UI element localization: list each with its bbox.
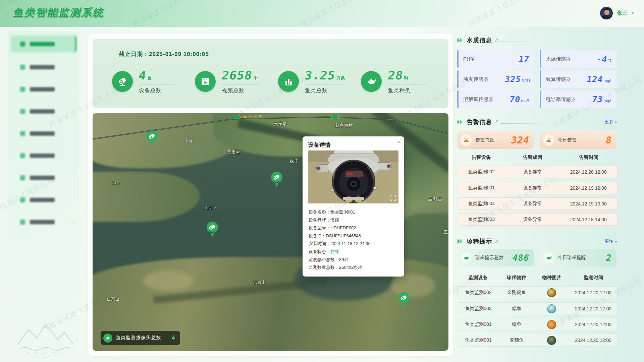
stat-fish-total: 3.25万条 鱼类总数	[272, 68, 355, 94]
species-image	[547, 304, 556, 313]
road-badge-icon	[233, 115, 240, 119]
fish-icon	[461, 252, 472, 263]
user-name: 张三	[617, 10, 628, 17]
map-place-label: 任家山	[107, 296, 120, 302]
camera-icon	[112, 71, 133, 92]
water-section-header: 水质信息 //	[457, 36, 551, 44]
field-install-time: 安装时间：2024-11-18 12:24:30	[309, 240, 398, 248]
right-panel: 水质信息 // PH值17 水温传感器-4℃ 浊度传感器325NTU 氨氮传感器…	[457, 31, 618, 362]
map-place-label: 黄里村	[227, 149, 240, 155]
camera-icon	[103, 334, 112, 343]
rare-section-header: 珍稀提示 //	[457, 237, 551, 245]
app-header: 鱼类智能监测系统 张三 ▼	[0, 0, 644, 27]
device-pin[interactable]	[270, 171, 283, 188]
page-title: 鱼类智能监测系统	[13, 6, 104, 20]
field-status: 设备状态：在线	[309, 248, 398, 256]
sidebar-item-5[interactable]	[11, 126, 76, 141]
alarm-section-header: 告警信息 //	[457, 118, 551, 126]
double-arrow-icon	[457, 239, 464, 244]
rare-row[interactable]: 鱼类监测003鲳鱼2024.12.20 12:00	[457, 302, 618, 315]
sidebar-item-7[interactable]	[11, 170, 76, 185]
alarm-table-header: 告警设备 告警成因 告警时间	[457, 154, 618, 161]
popup-title: 设备详情	[308, 141, 399, 149]
menu-dot-icon	[20, 153, 25, 158]
bar-chart-icon	[278, 71, 299, 92]
sensor-card-temp: 水温传感器-4℃	[540, 50, 616, 68]
map-place-label: 东台山	[253, 280, 266, 285]
sidebar-item-6[interactable]	[11, 148, 76, 163]
avatar[interactable]	[599, 6, 613, 20]
alarm-lamp-icon	[543, 134, 554, 146]
fullscreen-icon[interactable]	[390, 195, 396, 201]
sidebar: ›	[8, 31, 79, 353]
field-model: 设备型号：HDHEDE002	[309, 224, 398, 232]
menu-dot-icon	[20, 175, 25, 180]
alarm-more-link[interactable]: 更多 »	[604, 119, 617, 125]
map-place-label: 王	[444, 229, 448, 235]
sidebar-item-8[interactable]	[11, 192, 76, 207]
stat-devices: 4台 设备总数	[106, 68, 189, 94]
menu-dot-icon	[20, 42, 25, 47]
rare-row[interactable]: 鱼类监测002金刚虎鱼2024.12.20 12:00	[457, 286, 618, 299]
rare-more-link[interactable]: 更多 »	[604, 238, 617, 244]
stats-card: 截止日期：2025-01-09 10:00:05 4台 设备总数 2658个	[93, 39, 448, 108]
menu-dot-icon	[20, 131, 25, 136]
device-pin[interactable]	[145, 130, 159, 147]
alarm-total-card: 告警总数 324	[457, 131, 534, 149]
field-device-name: 设备名称：鱼类监测001	[309, 208, 398, 216]
field-record-count: 监测数量总数：250402条次	[309, 263, 398, 272]
stat-value: 28	[388, 68, 403, 82]
sidebar-item-2[interactable]	[11, 60, 76, 74]
species-image	[547, 336, 556, 345]
menu-dot-icon	[20, 220, 25, 225]
alarm-lamp-icon	[461, 134, 472, 146]
fish-icon	[543, 252, 554, 263]
video-icon	[195, 71, 216, 92]
field-brand: 设备品牌：海康	[309, 216, 398, 224]
device-pin[interactable]	[206, 221, 219, 238]
reservoir-label: 山水库	[206, 205, 218, 210]
rare-total-card: 珍稀提示总数 486	[457, 249, 534, 266]
alarm-row[interactable]: 鱼类监测003设备异常2024.12.18 14:00	[457, 213, 618, 226]
user-menu[interactable]: 张三 ▼	[599, 6, 635, 20]
alarm-row[interactable]: 鱼类监测002设备异常2024.12.20 12:00	[457, 166, 618, 178]
field-ip: 设备IP：DSHFSHF646546	[309, 232, 398, 240]
stat-value: 2658	[222, 68, 252, 82]
menu-dot-icon	[20, 109, 25, 114]
sensor-card-ammonia: 氨氮传感器124mg/L	[540, 70, 616, 88]
status-badge: 在线	[330, 249, 339, 254]
sidebar-item-active[interactable]	[11, 36, 76, 52]
stat-value: 3.25	[305, 68, 335, 82]
device-photo	[308, 150, 398, 203]
species-image	[547, 288, 556, 297]
deadline-date: 截止日期：2025-01-09 10:00:05	[119, 50, 209, 58]
chevron-down-icon[interactable]: ▼	[631, 11, 635, 15]
map-place-label: 赵家塬村	[335, 123, 353, 128]
mountain-decoration	[15, 317, 78, 359]
alarm-today-card: 今日告警 8	[540, 131, 616, 149]
species-image	[547, 320, 556, 329]
camera-count-badge: 鱼类监测摄像头总数 4	[101, 331, 180, 345]
sidebar-item-4[interactable]	[11, 104, 76, 119]
road-badge-icon	[331, 115, 338, 119]
fish-icon	[361, 71, 382, 92]
alarm-row[interactable]: 鱼类监测004设备异常2024.12.19 10:00	[457, 197, 618, 210]
satellite-map[interactable]: 吴家墩 赵家塬村 下湾 黄里村 税庄 北头 吉利坡 王 东台山 任家山 山水库 …	[93, 113, 448, 351]
main-panel: 截止日期：2025-01-09 10:00:05 4台 设备总数 2658个	[88, 34, 453, 356]
menu-dot-icon	[20, 197, 25, 202]
rare-table-header: 监测设备 珍稀物种 物种图片 监测时间	[457, 275, 618, 281]
sidebar-item-9[interactable]: ›	[11, 215, 76, 229]
double-arrow-icon	[457, 38, 464, 43]
device-detail-popup: 设备详情 ×	[303, 136, 404, 277]
double-arrow-icon	[457, 119, 464, 125]
device-pin[interactable]	[397, 292, 411, 308]
sensor-card-turbidity: 浊度传感器325NTU	[457, 70, 534, 88]
rare-today-card: 今日珍稀提醒 2	[540, 249, 616, 266]
map-place-label: 吉利坡	[429, 196, 442, 202]
sidebar-item-3[interactable]	[11, 82, 76, 97]
rare-row[interactable]: 鱼类监测001鲫鱼2024.12.20 12:00	[457, 318, 618, 331]
alarm-row[interactable]: 鱼类监测001设备异常2024.12.19 12:00	[457, 182, 618, 194]
close-icon[interactable]: ×	[397, 139, 400, 145]
rare-row[interactable]: 鱼类监测001麦穗鱼2024.12.20 12:00	[457, 334, 618, 347]
stat-species: 28种 鱼类种类	[355, 68, 438, 94]
